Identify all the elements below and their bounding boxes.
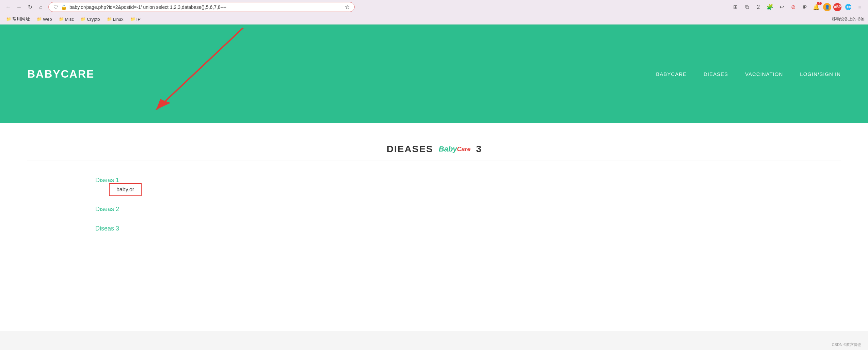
bookmark-crypto[interactable]: 📁 Crypto (78, 16, 102, 22)
translate-icon[interactable]: 🌐 (843, 2, 853, 12)
babycare-logo-baby: Baby (439, 145, 457, 154)
nav-vaccination[interactable]: VACCINATION (745, 71, 783, 77)
bookmark-ip-label: IP (136, 17, 141, 22)
folder-icon-5: 📁 (107, 17, 112, 21)
babycare-logo: BabyCare (439, 145, 471, 154)
nav-babycare[interactable]: BABYCARE (656, 71, 687, 77)
address-bar-container: 🛡 🔒 ☆ (48, 2, 355, 12)
nav-dieases[interactable]: DIEASES (704, 71, 728, 77)
svg-line-1 (156, 28, 243, 110)
bookmark-star-icon[interactable]: ☆ (345, 4, 350, 10)
nav-login[interactable]: LOGIN/SIGN IN (800, 71, 841, 77)
puzzle-icon[interactable]: 🧩 (765, 2, 775, 12)
babycare-logo-care: Care (457, 146, 471, 153)
user-avatar-icon[interactable]: 👤 (823, 3, 831, 11)
babyor-box: baby.or (109, 183, 142, 196)
disease-list: Diseas 1 baby.or Diseas 2 Diseas 3 (27, 171, 841, 238)
folder-icon-6: 📁 (130, 17, 135, 21)
folder-icon-4: 📁 (81, 17, 86, 21)
extensions-icon[interactable]: ⊞ (730, 2, 740, 12)
bookmark-web-label: Web (43, 17, 52, 22)
reload-button[interactable]: ↻ (25, 2, 35, 12)
bookmark-misc-label: Misc (65, 17, 74, 22)
site-logo: BABYCARE (27, 68, 94, 80)
home-button[interactable]: ⌂ (36, 2, 46, 12)
forward-button[interactable]: → (14, 2, 24, 12)
dieases-header: DIEASES BabyCare 3 (27, 137, 841, 160)
security-shield-icon: 🛡 (53, 4, 58, 10)
main-content: DIEASES BabyCare 3 Diseas 1 baby.or Dise… (0, 123, 868, 252)
dieases-title: DIEASES (387, 144, 433, 155)
screenshot-icon[interactable]: ⧉ (742, 2, 752, 12)
bookmark-linux[interactable]: 📁 Linux (104, 16, 126, 22)
security-lock-icon: 🔒 (61, 4, 67, 10)
back-button[interactable]: ← (3, 2, 13, 12)
site-header: BABYCARE BABYCARE DIEASES VACCINATION LO… (0, 25, 868, 123)
abp-icon[interactable]: ABP (833, 3, 841, 11)
menu-icon[interactable]: ≡ (855, 2, 865, 12)
bookmark-crypto-label: Crypto (87, 17, 100, 22)
browser-chrome: ← → ↻ ⌂ 🛡 🔒 ☆ ⊞ ⧉ 2 🧩 ↩ ⊘ IP 🔔6 👤 ABP (0, 0, 868, 25)
bookmark-label: 常用网址 (12, 16, 30, 22)
bookmark-linux-label: Linux (113, 17, 124, 22)
address-bar-input[interactable] (69, 4, 342, 10)
blocked-icon[interactable]: ⊘ (788, 2, 798, 12)
browser-toolbar: ← → ↻ ⌂ 🛡 🔒 ☆ ⊞ ⧉ 2 🧩 ↩ ⊘ IP 🔔6 👤 ABP (3, 2, 865, 12)
bookmark-ip[interactable]: 📁 IP (128, 16, 143, 22)
dieases-number: 3 (476, 144, 482, 155)
toolbar-icons: ⊞ ⧉ 2 🧩 ↩ ⊘ IP 🔔6 👤 ABP 🌐 ≡ (730, 2, 865, 12)
bookmarks-right: 移动设备上的书签 (832, 16, 865, 22)
folder-icon-2: 📁 (37, 17, 42, 21)
bookmark-web[interactable]: 📁 Web (34, 16, 55, 22)
bell-icon[interactable]: 🔔6 (811, 2, 821, 12)
website-wrapper: BABYCARE BABYCARE DIEASES VACCINATION LO… (0, 25, 868, 331)
bookmark-changeyong[interactable]: 📁 常用网址 (3, 15, 33, 23)
footer-note: CSDN ©蔡宫博也 (832, 342, 861, 347)
back-arrow-icon[interactable]: ↩ (777, 2, 786, 12)
nav-buttons: ← → ↻ ⌂ (3, 2, 46, 12)
folder-icon: 📁 (6, 17, 11, 21)
site-nav: BABYCARE DIEASES VACCINATION LOGIN/SIGN … (656, 71, 841, 77)
folder-icon-3: 📁 (59, 17, 64, 21)
ip-label[interactable]: IP (800, 2, 809, 12)
bookmark-misc[interactable]: 📁 Misc (56, 16, 77, 22)
disease-item-3[interactable]: Diseas 3 (95, 219, 841, 238)
disease-item-2[interactable]: Diseas 2 (95, 200, 841, 219)
bookmarks-bar: 📁 常用网址 📁 Web 📁 Misc 📁 Crypto 📁 Linux 📁 I… (3, 14, 865, 24)
notifications-icon[interactable]: 2 (754, 2, 763, 12)
